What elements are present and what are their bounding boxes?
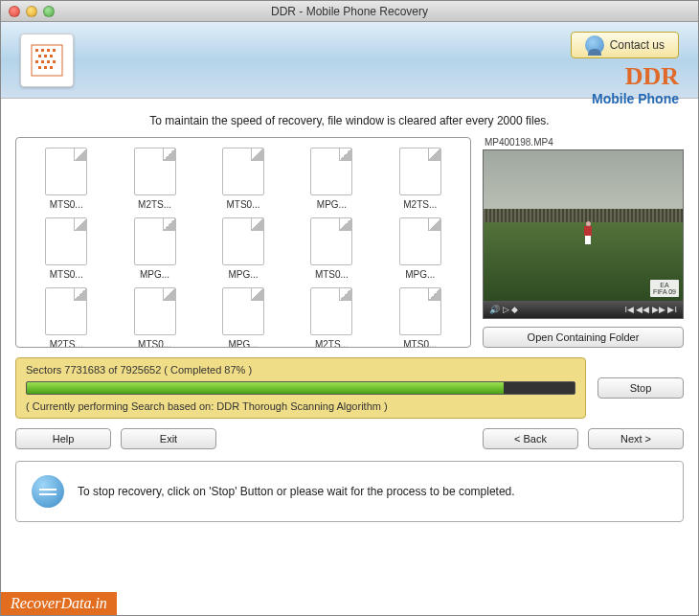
brand-subtitle: Mobile Phone	[571, 91, 679, 106]
preview-player	[583, 221, 593, 244]
file-icon	[134, 287, 176, 335]
progress-fill	[27, 382, 504, 394]
file-item[interactable]: MPG...	[112, 217, 196, 280]
file-label: M2TS...	[378, 199, 462, 210]
preview-column: MP400198.MP4 EA FIFA 09 🔊	[483, 137, 684, 348]
volume-icon[interactable]: 🔊	[489, 305, 500, 314]
file-label: MTS0...	[289, 269, 373, 280]
person-icon	[585, 35, 604, 55]
file-item[interactable]: MTS0...	[24, 217, 108, 280]
svg-rect-5	[38, 55, 41, 57]
svg-rect-2	[41, 49, 44, 52]
file-icon	[45, 148, 87, 195]
file-label: MTS0...	[24, 199, 108, 210]
files-panel[interactable]: MTS0...M2TS...MTS0...MPG...M2TS...MTS0..…	[15, 137, 471, 348]
preview-box: EA FIFA 09 🔊 ▷ ◆ I◀ ◀◀ ▶▶ ▶I	[483, 149, 684, 319]
app-logo	[20, 34, 74, 87]
file-label: M2TS...	[289, 339, 373, 348]
file-label: M2TS...	[24, 339, 108, 348]
svg-rect-13	[44, 66, 47, 69]
logo-icon	[30, 43, 64, 78]
file-icon	[222, 148, 264, 195]
hint-text: To stop recovery, click on 'Stop' Button…	[78, 485, 515, 498]
svg-rect-8	[35, 60, 38, 63]
svg-rect-7	[50, 55, 53, 57]
file-label: M2TS...	[112, 199, 196, 210]
svg-rect-3	[47, 49, 50, 52]
svg-rect-12	[38, 66, 41, 69]
file-icon	[310, 148, 352, 195]
file-icon	[222, 217, 264, 265]
contact-us-button[interactable]: Contact us	[571, 32, 679, 58]
file-item[interactable]: MTS0...	[289, 217, 373, 280]
contact-label: Contact us	[610, 38, 665, 52]
app-window: DDR - Mobile Phone Recovery Contact us D…	[0, 0, 699, 616]
file-label: MTS0...	[201, 199, 285, 210]
file-item[interactable]: MPG...	[378, 217, 462, 280]
info-icon	[32, 475, 64, 508]
file-item[interactable]: M2TS...	[378, 148, 462, 210]
play-icon[interactable]: ▷	[503, 305, 509, 314]
file-item[interactable]: MPG...	[201, 287, 285, 348]
help-button[interactable]: Help	[15, 428, 111, 449]
spacer	[226, 428, 473, 449]
badge-title: FIFA 09	[653, 288, 676, 295]
file-icon	[134, 217, 176, 265]
header: Contact us DDR Mobile Phone	[1, 22, 698, 99]
svg-rect-1	[35, 49, 38, 52]
exit-button[interactable]: Exit	[121, 428, 216, 449]
brand-name: DDR	[571, 62, 679, 91]
file-label: MPG...	[112, 269, 196, 280]
info-line: To maintain the speed of recovery, file …	[15, 108, 684, 137]
bottom-buttons: Help Exit < Back Next >	[15, 428, 684, 449]
progress-row: Sectors 7731683 of 7925652 ( Completed 8…	[15, 357, 684, 419]
file-label: MPG...	[289, 199, 373, 210]
file-item[interactable]: MPG...	[289, 148, 373, 210]
stop-playback-icon[interactable]: ◆	[511, 305, 518, 314]
svg-rect-9	[41, 60, 44, 63]
algorithm-line: ( Currently performing Search based on: …	[26, 400, 575, 412]
open-containing-folder-button[interactable]: Open Containing Folder	[483, 327, 684, 348]
body: To maintain the speed of recovery, file …	[1, 99, 698, 522]
file-label: MTS0...	[378, 339, 462, 348]
file-icon	[134, 148, 176, 195]
next-icon[interactable]: ▶I	[667, 305, 677, 314]
progress-bar	[26, 381, 575, 395]
file-item[interactable]: M2TS...	[24, 287, 108, 348]
forward-icon[interactable]: ▶▶	[652, 305, 665, 314]
titlebar: DDR - Mobile Phone Recovery	[1, 1, 698, 22]
svg-rect-14	[50, 66, 53, 69]
file-label: MPG...	[378, 269, 462, 280]
file-item[interactable]: MTS0...	[24, 148, 108, 210]
file-label: MTS0...	[112, 339, 196, 348]
files-grid: MTS0...M2TS...MTS0...MPG...M2TS...MTS0..…	[24, 148, 462, 348]
stop-button[interactable]: Stop	[598, 377, 684, 399]
brand: DDR Mobile Phone	[571, 62, 679, 106]
file-icon	[310, 287, 352, 335]
file-icon	[222, 287, 264, 335]
video-controls: 🔊 ▷ ◆ I◀ ◀◀ ▶▶ ▶I	[484, 301, 683, 318]
rewind-icon[interactable]: ◀◀	[636, 305, 649, 314]
file-item[interactable]: MTS0...	[112, 287, 196, 348]
file-icon	[399, 287, 441, 335]
file-icon	[45, 217, 87, 265]
window-title: DDR - Mobile Phone Recovery	[1, 5, 698, 18]
file-item[interactable]: MPG...	[201, 217, 285, 280]
file-item[interactable]: M2TS...	[112, 148, 196, 210]
hint-box: To stop recovery, click on 'Stop' Button…	[15, 461, 684, 522]
preview-badge: EA FIFA 09	[650, 280, 679, 297]
file-item[interactable]: MTS0...	[378, 287, 462, 348]
file-item[interactable]: MTS0...	[201, 148, 285, 210]
preview-filename: MP400198.MP4	[483, 137, 684, 148]
main-row: MTS0...M2TS...MTS0...MPG...M2TS...MTS0..…	[15, 137, 684, 348]
prev-icon[interactable]: I◀	[624, 305, 634, 314]
next-button[interactable]: Next >	[588, 428, 684, 449]
file-icon	[45, 287, 87, 335]
header-right: Contact us DDR Mobile Phone	[571, 32, 679, 106]
svg-rect-10	[47, 60, 50, 63]
file-item[interactable]: M2TS...	[289, 287, 373, 348]
file-icon	[399, 217, 441, 265]
back-button[interactable]: < Back	[483, 428, 578, 449]
svg-rect-4	[53, 49, 56, 52]
file-label: MPG...	[201, 269, 285, 280]
